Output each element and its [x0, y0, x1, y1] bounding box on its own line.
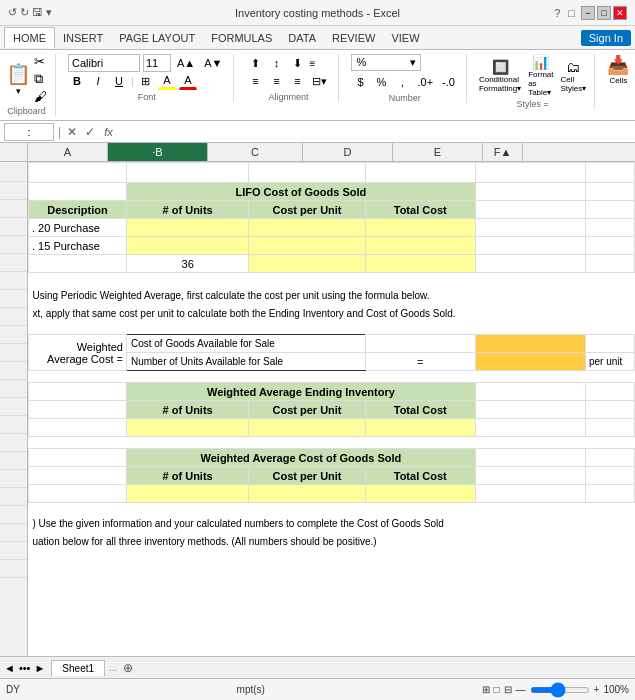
cell-b1[interactable]	[126, 163, 248, 183]
cell-f6[interactable]	[586, 255, 635, 273]
cell-e19[interactable]	[475, 467, 585, 485]
col-header-d[interactable]: D	[303, 143, 393, 161]
page-layout-icon[interactable]: □	[494, 684, 500, 695]
cell-e16[interactable]	[475, 419, 585, 437]
scroll-left-icon[interactable]: ◄	[4, 662, 15, 674]
tab-home[interactable]: HOME	[4, 27, 55, 48]
cell-e3[interactable]	[475, 201, 585, 219]
cell-c1[interactable]	[249, 163, 365, 183]
units-header[interactable]: # of Units	[126, 201, 248, 219]
increase-decimal-btn[interactable]: .0+	[414, 73, 436, 91]
cell-d5[interactable]	[365, 237, 475, 255]
align-middle-btn[interactable]: ↕	[267, 54, 285, 72]
result-cell[interactable]	[475, 353, 585, 371]
format-as-table-btn[interactable]: 📊 Format asTable▾	[528, 54, 553, 97]
restore-icon[interactable]: □	[568, 7, 575, 19]
cell-a6[interactable]	[29, 255, 127, 273]
waei-header[interactable]: Weighted Average Ending Inventory	[126, 383, 475, 401]
grid-view-icon[interactable]: ⊞	[482, 684, 490, 695]
cell-c20[interactable]	[249, 485, 365, 503]
units-header3[interactable]: # of Units	[126, 467, 248, 485]
cell-e4[interactable]	[475, 219, 585, 237]
cell-a4[interactable]: . 20 Purchase	[29, 219, 127, 237]
insert-cells-btn[interactable]: 📥 Cells	[607, 54, 629, 85]
cell-f15[interactable]	[586, 401, 635, 419]
tab-insert[interactable]: INSERT	[55, 28, 111, 48]
cost-header2[interactable]: Cost per Unit	[249, 401, 365, 419]
cost-header[interactable]: Cost per Unit	[249, 201, 365, 219]
align-top-btn[interactable]: ⬆	[246, 54, 264, 72]
cell-a20[interactable]	[29, 485, 127, 503]
cell-c16[interactable]	[249, 419, 365, 437]
page-break-icon[interactable]: ⊟	[504, 684, 512, 695]
cost-header3[interactable]: Cost per Unit	[249, 467, 365, 485]
units-header2[interactable]: # of Units	[126, 401, 248, 419]
cell-c6[interactable]	[249, 255, 365, 273]
font-color-btn[interactable]: A	[179, 72, 197, 90]
cell-d16[interactable]	[365, 419, 475, 437]
cell-a1[interactable]	[29, 163, 127, 183]
col-header-b[interactable]: ·B	[108, 143, 208, 161]
cell-d11[interactable]	[365, 335, 475, 353]
underline-button[interactable]: U	[110, 72, 128, 90]
cancel-icon[interactable]: ✕	[65, 125, 79, 139]
cell-f3[interactable]	[586, 201, 635, 219]
cell-styles-btn[interactable]: 🗂 CellStyles▾	[561, 59, 587, 93]
align-right-btn[interactable]: ≡	[288, 72, 306, 90]
decrease-decimal-btn[interactable]: -.0	[439, 73, 458, 91]
tab-page-layout[interactable]: PAGE LAYOUT	[111, 28, 203, 48]
close-btn[interactable]: ✕	[613, 6, 627, 20]
font-size-input[interactable]	[143, 54, 171, 72]
format-painter-icon[interactable]: 🖌	[34, 89, 47, 104]
confirm-icon[interactable]: ✓	[83, 125, 97, 139]
zoom-plus-icon[interactable]: +	[594, 684, 600, 695]
align-left-btn[interactable]: ≡	[246, 72, 264, 90]
wrap-text-btn[interactable]: ≡	[309, 58, 315, 69]
align-bottom-btn[interactable]: ⬇	[288, 54, 306, 72]
merge-btn[interactable]: ⊟▾	[309, 72, 330, 90]
currency-btn[interactable]: $	[351, 73, 369, 91]
desc-header[interactable]: Description	[29, 201, 127, 219]
cell-d6[interactable]	[365, 255, 475, 273]
border-btn[interactable]: ⊞	[137, 72, 155, 90]
formula-input[interactable]: Better Bottles, Inc., uses a periodic in…	[120, 126, 631, 138]
tab-review[interactable]: REVIEW	[324, 28, 383, 48]
scroll-dots-icon[interactable]: •••	[19, 662, 31, 674]
align-center-btn[interactable]: ≡	[267, 72, 285, 90]
cell-a5[interactable]: . 15 Purchase	[29, 237, 127, 255]
col-header-f[interactable]: F▲	[483, 143, 523, 161]
cell-a19[interactable]	[29, 467, 127, 485]
cell-b5[interactable]	[126, 237, 248, 255]
cell-e14[interactable]	[475, 383, 585, 401]
cell-a14[interactable]	[29, 383, 127, 401]
cell-d4[interactable]	[365, 219, 475, 237]
scroll-right-icon[interactable]: ►	[34, 662, 45, 674]
fill-color-btn[interactable]: A	[158, 72, 176, 90]
total-header[interactable]: Total Cost	[365, 201, 475, 219]
cell-f4[interactable]	[586, 219, 635, 237]
name-box[interactable]	[4, 123, 54, 141]
cell-f19[interactable]	[586, 467, 635, 485]
cell-d20[interactable]	[365, 485, 475, 503]
cell-f14[interactable]	[586, 383, 635, 401]
cell-b20[interactable]	[126, 485, 248, 503]
cell-b16[interactable]	[126, 419, 248, 437]
cell-f2[interactable]	[586, 183, 635, 201]
numerator-cell[interactable]: Cost of Goods Available for Sale	[126, 335, 365, 353]
font-decrease-btn[interactable]: A▼	[201, 54, 225, 72]
minimize-btn[interactable]: −	[581, 6, 595, 20]
cell-e6[interactable]	[475, 255, 585, 273]
cell-e2[interactable]	[475, 183, 585, 201]
cell-c5[interactable]	[249, 237, 365, 255]
cell-f1[interactable]	[586, 163, 635, 183]
total-header2[interactable]: Total Cost	[365, 401, 475, 419]
maximize-btn[interactable]: □	[597, 6, 611, 20]
denominator-cell[interactable]: Number of Units Available for Sale	[126, 353, 365, 371]
sheet-tab-sheet1[interactable]: Sheet1	[51, 660, 105, 676]
cell-b6[interactable]: 36	[126, 255, 248, 273]
zoom-slider[interactable]	[530, 687, 590, 693]
sign-in-button[interactable]: Sign In	[581, 30, 631, 46]
tab-data[interactable]: DATA	[280, 28, 324, 48]
cut-icon[interactable]: ✂	[34, 54, 47, 69]
add-sheet-button[interactable]: ⊕	[117, 659, 139, 677]
